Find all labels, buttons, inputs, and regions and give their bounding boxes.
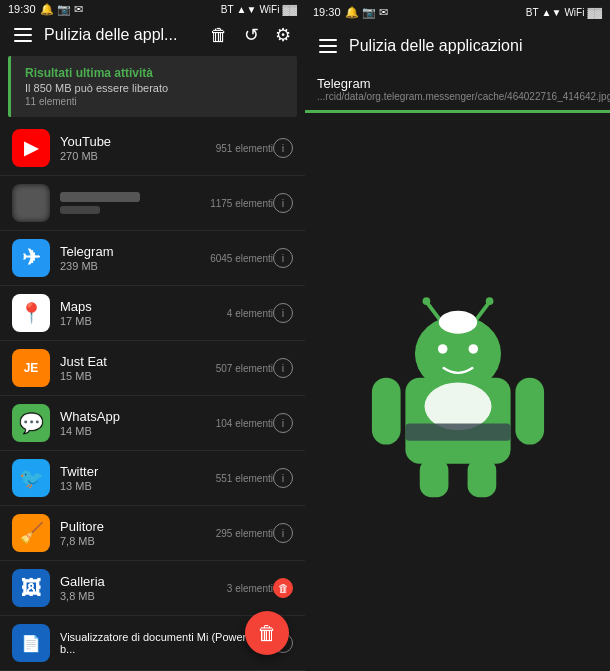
svg-rect-9	[515, 378, 544, 445]
status-icons-left: BT ▲▼ WiFi ▓▓	[221, 4, 297, 15]
fab-delete-button[interactable]: 🗑	[245, 611, 289, 655]
status-time-left: 19:30 🔔 📷 ✉	[8, 3, 83, 16]
info-button[interactable]: i	[273, 358, 293, 378]
galleria-app-icon: 🖼	[12, 569, 50, 607]
list-item[interactable]: 🧹 Pulitore 7,8 MB 295 elementi i	[0, 506, 305, 561]
svg-line-6	[477, 303, 488, 318]
info-button[interactable]: i	[273, 468, 293, 488]
telegram-app-name: Telegram	[317, 76, 610, 91]
app-count: 104 elementi	[216, 418, 273, 429]
battery-icon: ▓▓	[282, 4, 297, 15]
toolbar-title-left: Pulizia delle appl...	[44, 26, 198, 44]
toolbar-right: Pulizia delle applicazioni	[305, 24, 610, 68]
justeat-app-icon: JE	[12, 349, 50, 387]
svg-rect-11	[467, 459, 496, 497]
left-content: Risultati ultima attività Il 850 MB può …	[0, 52, 305, 671]
maps-app-icon: 📍	[12, 294, 50, 332]
banner-count: 11 elementi	[25, 96, 283, 107]
telegram-app-icon: ✈	[12, 239, 50, 277]
status-time-right: 19:30 🔔 📷 ✉	[313, 6, 388, 19]
delete-toolbar-button[interactable]: 🗑	[206, 21, 232, 50]
telegram-file-item[interactable]: Telegram ...rcid/data/org.telegram.messe…	[305, 68, 610, 110]
right-panel: 19:30 🔔 📷 ✉ BT ▲▼ WiFi ▓▓ Pulizia delle …	[305, 0, 610, 671]
svg-point-12	[424, 382, 491, 430]
settings-toolbar-button[interactable]: ⚙	[271, 20, 295, 50]
banner-title: Risultati ultima attività	[25, 66, 283, 80]
notif-icons-left: 🔔 📷 ✉	[40, 3, 83, 16]
app-count: 3 elementi	[227, 583, 273, 594]
list-item[interactable]: 🐦 Twitter 13 MB 551 elementi i	[0, 451, 305, 506]
app-count: 4 elementi	[227, 308, 273, 319]
left-panel: 19:30 🔔 📷 ✉ BT ▲▼ WiFi ▓▓ Pulizia delle …	[0, 0, 305, 671]
app-name	[60, 192, 140, 202]
toolbar-title-right: Pulizia delle applicazioni	[349, 37, 600, 55]
app-count: 1175 elementi	[210, 198, 273, 209]
bluetooth-icon-right: BT	[526, 7, 539, 18]
app-list: ▶ YouTube 270 MB 951 elementi i 1175 ele…	[0, 121, 305, 671]
pulitore-app-icon: 🧹	[12, 514, 50, 552]
app-size	[60, 206, 100, 214]
svg-rect-10	[419, 459, 448, 497]
svg-point-3	[468, 344, 478, 354]
svg-point-7	[485, 297, 493, 305]
time-left: 19:30	[8, 3, 36, 15]
info-button[interactable]: i	[273, 248, 293, 268]
twitter-app-icon: 🐦	[12, 459, 50, 497]
list-item[interactable]: 1175 elementi i	[0, 176, 305, 231]
list-item[interactable]: 💬 WhatsApp 14 MB 104 elementi i	[0, 396, 305, 451]
info-button[interactable]: i	[273, 523, 293, 543]
info-button[interactable]: 🗑	[273, 578, 293, 598]
status-icons-right: BT ▲▼ WiFi ▓▓	[526, 7, 602, 18]
summary-banner: Risultati ultima attività Il 850 MB può …	[8, 56, 297, 117]
list-item[interactable]: ▶ YouTube 270 MB 951 elementi i	[0, 121, 305, 176]
blurred-app-icon	[12, 184, 50, 222]
list-item[interactable]: ✈ Telegram 239 MB 6045 elementi i	[0, 231, 305, 286]
info-button[interactable]: i	[273, 138, 293, 158]
app-info: Visualizzatore di documenti Mi (Powered …	[60, 631, 273, 656]
battery-icon-right: ▓▓	[587, 7, 602, 18]
app-count: 295 elementi	[216, 528, 273, 539]
svg-point-2	[437, 344, 447, 354]
refresh-toolbar-button[interactable]: ↺	[240, 20, 263, 50]
svg-rect-15	[405, 424, 510, 441]
info-button[interactable]: i	[273, 413, 293, 433]
svg-rect-8	[371, 378, 400, 445]
notif-icons-right: 🔔 📷 ✉	[345, 6, 388, 19]
menu-button-right[interactable]	[315, 35, 341, 57]
app-name: Visualizzatore di documenti Mi (Powered …	[60, 631, 273, 655]
info-button[interactable]: i	[273, 303, 293, 323]
list-item[interactable]: JE Just Eat 15 MB 507 elementi i	[0, 341, 305, 396]
app-count: 6045 elementi	[210, 253, 273, 264]
status-bar-left: 19:30 🔔 📷 ✉ BT ▲▼ WiFi ▓▓	[0, 0, 305, 18]
youtube-icon: ▶	[12, 129, 50, 167]
whatsapp-app-icon: 💬	[12, 404, 50, 442]
wifi-icon-right: WiFi	[564, 7, 584, 18]
bluetooth-icon: BT	[221, 4, 234, 15]
banner-subtitle: Il 850 MB può essere liberato	[25, 82, 283, 94]
svg-point-5	[422, 297, 430, 305]
telegram-info: Telegram ...rcid/data/org.telegram.messe…	[317, 76, 610, 102]
signal-icon-right: ▲▼	[542, 7, 562, 18]
status-bar-right: 19:30 🔔 📷 ✉ BT ▲▼ WiFi ▓▓	[305, 0, 610, 24]
wifi-icon: WiFi	[259, 4, 279, 15]
toolbar-left: Pulizia delle appl... 🗑 ↺ ⚙	[0, 18, 305, 52]
android-mascot-image	[358, 282, 558, 502]
info-button[interactable]: i	[273, 193, 293, 213]
list-item[interactable]: 🖼 Galleria 3,8 MB 3 elementi 🗑	[0, 561, 305, 616]
svg-rect-14	[448, 318, 467, 328]
mascot-area	[305, 113, 610, 671]
list-item[interactable]: 📍 Maps 17 MB 4 elementi i	[0, 286, 305, 341]
app-count: 551 elementi	[216, 473, 273, 484]
time-right: 19:30	[313, 6, 341, 18]
svg-line-4	[427, 303, 438, 318]
app-count: 951 elementi	[216, 143, 273, 154]
signal-icon: ▲▼	[237, 4, 257, 15]
menu-button[interactable]	[10, 24, 36, 46]
visualizzatore-app-icon: 📄	[12, 624, 50, 662]
app-count: 507 elementi	[216, 363, 273, 374]
telegram-file-path: ...rcid/data/org.telegram.messenger/cach…	[317, 91, 610, 102]
